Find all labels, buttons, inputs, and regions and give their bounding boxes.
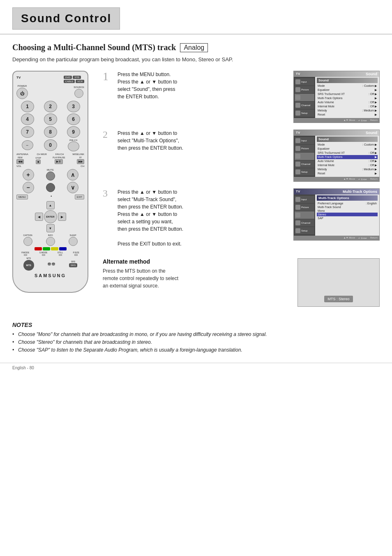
pmode-row: P.MODE S.MODE STILL P.SIZE [16, 251, 84, 256]
menu3-row-pl: Preferred Language : English [317, 202, 378, 205]
caption-button[interactable] [23, 237, 32, 246]
menu2-sidebar-channel: Channel [295, 160, 314, 168]
smode-button[interactable] [42, 254, 45, 256]
menu3-row-stereo: Stereo [317, 213, 378, 216]
ff-button[interactable]: ▶▶ [77, 159, 84, 164]
menu3-sidebar-setup: Setup [295, 227, 314, 234]
m2-setup-label: Setup [301, 171, 308, 173]
sidebar-picture: Picture [295, 86, 314, 93]
rew-label: REW [18, 156, 23, 159]
alt-method-text: Press the MTS button on the remote contr… [103, 267, 291, 290]
smode-label: S.MODE [39, 251, 48, 254]
stop-button[interactable]: ■ [36, 160, 41, 164]
red-button[interactable] [35, 247, 42, 250]
rew-button[interactable]: ◀◀ [16, 159, 24, 164]
mts-remote-button[interactable]: MTS [23, 260, 34, 271]
button-6[interactable]: 6 [67, 114, 80, 125]
step-2-text: Press the ▲ or ▼ button to select "Multi… [118, 130, 288, 152]
button-4[interactable]: 4 [21, 114, 34, 125]
srs-value: : Off ▶ [369, 93, 377, 96]
yellow-button[interactable] [51, 247, 58, 250]
ok-button[interactable] [46, 183, 55, 192]
blue-button[interactable] [59, 247, 67, 250]
section-heading: Choosing a Multi-Channel Sound (MTS) tra… [12, 43, 380, 52]
alt-method-heading: Alternate method [103, 258, 291, 265]
source-button[interactable] [74, 89, 83, 98]
page-header: Sound Control [0, 0, 392, 35]
m2-reset-value: ▶ [375, 172, 377, 175]
m3-footer-move: ▲▼ Move [344, 236, 355, 239]
menu3-row-mono: Mono [317, 209, 378, 213]
m2-setup-icon [295, 169, 300, 174]
play-label: PLAY/PAUSE [53, 156, 65, 159]
m2-channel-icon [295, 162, 300, 167]
green-button[interactable] [43, 247, 50, 250]
mts-remote-label: MTS [26, 257, 31, 259]
menu-button[interactable]: MENU [16, 195, 28, 199]
srs-remote-button[interactable]: SRS [69, 263, 77, 267]
m2-melody-label: Melody [318, 168, 327, 171]
enter-button[interactable]: ENTER [44, 210, 57, 223]
m3-footer-enter: ↵ Enter [358, 236, 367, 239]
menu-screenshot-1: TV Sound Input Picture [293, 71, 380, 123]
menu2-header-left: TV [296, 131, 300, 135]
input-label: Input [301, 81, 307, 83]
dot-area: SET RST [48, 262, 55, 266]
button-7[interactable]: 7 [21, 126, 34, 138]
prech-button[interactable] [68, 141, 79, 151]
ch-up-button[interactable]: ∧ [67, 169, 78, 181]
m2-picture-icon [295, 146, 300, 151]
menu2-header: TV Sound [294, 130, 379, 136]
power-button[interactable]: ⏻ [16, 88, 28, 99]
nav-left-button[interactable]: ◀ [35, 213, 43, 221]
srs-remote-label: SRS [71, 260, 75, 263]
vol-up-button[interactable]: + [23, 169, 34, 181]
nav-up-button[interactable]: ▲ [46, 201, 55, 209]
caption-row: CAPTION INFO SLEEP [16, 234, 84, 246]
button-8[interactable]: 8 [44, 126, 57, 138]
m3-picture-label: Picture [301, 206, 309, 208]
sleep-button[interactable] [69, 237, 78, 246]
pl-label: Preferred Language [318, 202, 343, 205]
psize-button[interactable] [74, 254, 78, 256]
button-dash[interactable]: − [22, 140, 33, 150]
button-2[interactable]: 2 [44, 101, 57, 112]
caption-label: CAPTION [23, 234, 32, 236]
nav-right-button[interactable]: ▶ [58, 213, 66, 221]
ch-label: CH [81, 165, 84, 167]
button-9[interactable]: 9 [67, 126, 80, 138]
info-button[interactable] [46, 237, 55, 246]
still-label: STILL [58, 251, 63, 254]
m2-mode-label: Mode [318, 143, 325, 146]
menu1-header-right: Sound [366, 72, 377, 76]
menu3-title: Multi-Track Options [317, 195, 378, 201]
stb-button[interactable]: STB [73, 76, 81, 79]
cable-button[interactable]: CABLE [64, 80, 75, 83]
button-3[interactable]: 3 [67, 101, 80, 112]
mono-label: Mono [318, 209, 325, 212]
m2-eq-value: ▶ [375, 147, 377, 151]
reset-value: ▶ [375, 113, 377, 116]
still-button[interactable] [59, 254, 62, 256]
dot-set: SET [48, 262, 51, 266]
button-0[interactable]: 0 [44, 139, 57, 151]
menu3-sidebar-picture: Picture [295, 204, 314, 211]
m2-melody-value: : Medium ▶ [362, 168, 377, 171]
play-button[interactable]: ▶⏸ [55, 159, 63, 164]
menu1-row-mode: Mode : Custom ▶ [317, 84, 378, 88]
menu2-sidebar: Input Picture [294, 136, 315, 177]
vol-down-button[interactable]: − [23, 182, 34, 193]
exit-button[interactable]: EXIT [75, 195, 84, 199]
av-label: Auto Volume [318, 101, 334, 104]
pmode-button[interactable] [24, 254, 27, 256]
menu2-row-im: Internal Mute : Off ▶ [317, 163, 378, 167]
dvd-button[interactable]: DVD [64, 76, 72, 79]
ch-down-button[interactable]: ∨ [67, 182, 78, 193]
button-5[interactable]: 5 [44, 114, 57, 125]
mute-button[interactable] [46, 171, 55, 181]
vcr-button[interactable]: VCR [76, 80, 84, 83]
step-3-row: 3 Press the ▲ or ▼ button to select "Mul… [103, 188, 380, 248]
nav-down-button[interactable]: ▼ [46, 224, 55, 232]
menu2-sidebar-setup: Setup [295, 168, 314, 176]
button-1[interactable]: 1 [21, 101, 34, 112]
